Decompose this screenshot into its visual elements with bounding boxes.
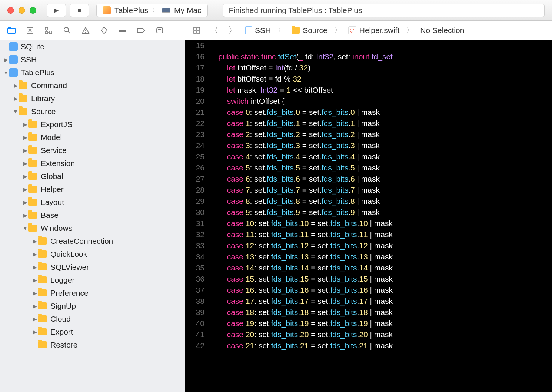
code-line[interactable]: 30 case 9: set.fds_bits.9 = set.fds_bits… (185, 207, 552, 218)
line-number[interactable]: 23 (185, 129, 210, 140)
line-number[interactable]: 35 (185, 262, 210, 273)
disclosure-triangle-icon[interactable]: ▶ (32, 316, 38, 322)
tree-row[interactable]: ▶Command (0, 79, 185, 92)
tree-row[interactable]: ▶SignUp (0, 299, 185, 312)
code-line[interactable]: 40 case 19: set.fds_bits.19 = set.fds_bi… (185, 318, 552, 329)
disclosure-triangle-icon[interactable]: ▶ (22, 134, 28, 140)
line-number[interactable]: 18 (185, 73, 210, 84)
tree-row[interactable]: ▶Export (0, 325, 185, 338)
tree-row[interactable]: ▶SQLViewer (0, 260, 185, 273)
code-line[interactable]: 35 case 14: set.fds_bits.14 = set.fds_bi… (185, 262, 552, 273)
code-content[interactable]: case 3: set.fds_bits.3 = set.fds_bits.3 … (210, 140, 552, 151)
code-content[interactable]: public static func fdSet(_ fd: Int32, se… (210, 51, 552, 62)
code-line[interactable]: 24 case 3: set.fds_bits.3 = set.fds_bits… (185, 140, 552, 151)
line-number[interactable]: 42 (185, 340, 210, 351)
tree-row[interactable]: ▶Base (0, 209, 185, 222)
code-content[interactable]: case 18: set.fds_bits.18 = set.fds_bits.… (210, 307, 552, 318)
code-line[interactable]: 26 case 5: set.fds_bits.5 = set.fds_bits… (185, 162, 552, 173)
code-content[interactable]: case 14: set.fds_bits.14 = set.fds_bits.… (210, 262, 552, 273)
related-items-button[interactable] (192, 26, 202, 35)
disclosure-triangle-icon[interactable]: ▶ (3, 57, 9, 63)
code-line[interactable]: 41 case 20: set.fds_bits.20 = set.fds_bi… (185, 329, 552, 340)
code-line[interactable]: 18 let bitOffset = fd % 32 (185, 73, 552, 84)
code-content[interactable]: let bitOffset = fd % 32 (210, 73, 552, 84)
scheme-selector[interactable]: TablePlus 〉 My Mac (96, 4, 208, 17)
code-line[interactable]: 34 case 13: set.fds_bits.13 = set.fds_bi… (185, 251, 552, 262)
code-line[interactable]: 25 case 4: set.fds_bits.4 = set.fds_bits… (185, 151, 552, 162)
line-number[interactable]: 19 (185, 84, 210, 96)
line-number[interactable]: 24 (185, 140, 210, 151)
tree-row[interactable]: ▶Cloud (0, 312, 185, 325)
disclosure-triangle-icon[interactable]: ▶ (22, 160, 28, 166)
line-number[interactable]: 39 (185, 307, 210, 318)
disclosure-triangle-icon[interactable]: ▶ (32, 303, 38, 309)
find-navigator-tab[interactable] (62, 26, 72, 35)
code-line[interactable]: 29 case 8: set.fds_bits.8 = set.fds_bits… (185, 196, 552, 207)
disclosure-triangle-icon[interactable]: ▶ (22, 186, 28, 192)
line-number[interactable]: 41 (185, 329, 210, 340)
line-number[interactable]: 16 (185, 51, 210, 62)
go-forward-button[interactable]: 〉 (227, 24, 239, 36)
tree-row[interactable]: Restore (0, 338, 185, 351)
tree-row[interactable]: ▶SSH (0, 53, 185, 66)
disclosure-triangle-icon[interactable]: ▼ (3, 70, 9, 76)
disclosure-triangle-icon[interactable]: ▶ (22, 199, 28, 205)
code-content[interactable]: case 21: set.fds_bits.21 = set.fds_bits.… (210, 340, 552, 351)
tree-row[interactable]: ▶Layout (0, 196, 185, 209)
code-content[interactable]: case 19: set.fds_bits.19 = set.fds_bits.… (210, 318, 552, 329)
disclosure-triangle-icon[interactable]: ▶ (32, 277, 38, 283)
code-line[interactable]: 22 case 1: set.fds_bits.1 = set.fds_bits… (185, 118, 552, 129)
code-content[interactable]: case 10: set.fds_bits.10 = set.fds_bits.… (210, 218, 552, 229)
code-line[interactable]: 16 public static func fdSet(_ fd: Int32,… (185, 51, 552, 62)
code-content[interactable]: case 15: set.fds_bits.15 = set.fds_bits.… (210, 273, 552, 285)
line-number[interactable]: 26 (185, 162, 210, 173)
disclosure-triangle-icon[interactable]: ▶ (13, 83, 19, 89)
stop-button[interactable]: ■ (70, 4, 89, 17)
debug-navigator-tab[interactable] (118, 26, 127, 35)
code-content[interactable]: case 20: set.fds_bits.20 = set.fds_bits.… (210, 329, 552, 340)
zoom-window-button[interactable] (30, 7, 36, 14)
code-content[interactable]: case 17: set.fds_bits.17 = set.fds_bits.… (210, 296, 552, 307)
go-back-button[interactable]: 〈 (208, 24, 220, 36)
code-content[interactable]: case 9: set.fds_bits.9 = set.fds_bits.9 … (210, 207, 552, 218)
line-number[interactable]: 22 (185, 118, 210, 129)
tree-row[interactable]: ▼Windows (0, 222, 185, 235)
line-number[interactable]: 34 (185, 251, 210, 262)
code-line[interactable]: 21 case 0: set.fds_bits.0 = set.fds_bits… (185, 107, 552, 118)
minimize-window-button[interactable] (19, 7, 25, 14)
code-line[interactable]: 23 case 2: set.fds_bits.2 = set.fds_bits… (185, 129, 552, 140)
code-content[interactable]: case 13: set.fds_bits.13 = set.fds_bits.… (210, 251, 552, 262)
code-line[interactable]: 17 let intOffset = Int(fd / 32) (185, 62, 552, 73)
code-content[interactable]: case 8: set.fds_bits.8 = set.fds_bits.8 … (210, 196, 552, 207)
code-line[interactable]: 28 case 7: set.fds_bits.7 = set.fds_bits… (185, 185, 552, 196)
tree-row[interactable]: ▶Library (0, 92, 185, 105)
disclosure-triangle-icon[interactable]: ▼ (22, 225, 28, 231)
breadcrumb-file[interactable]: 🕊 Helper.swift (348, 26, 400, 35)
disclosure-triangle-icon[interactable]: ▶ (32, 264, 38, 270)
project-navigator[interactable]: SQLite▶SSH▼TablePlus▶Command▶Library▼Sou… (0, 40, 185, 392)
project-navigator-tab[interactable] (7, 26, 16, 35)
close-window-button[interactable] (7, 7, 14, 14)
line-number[interactable]: 30 (185, 207, 210, 218)
code-line[interactable]: 20 switch intOffset { (185, 96, 552, 107)
line-number[interactable]: 20 (185, 96, 210, 107)
code-content[interactable]: case 4: set.fds_bits.4 = set.fds_bits.4 … (210, 151, 552, 162)
disclosure-triangle-icon[interactable]: ▶ (32, 290, 38, 296)
code-content[interactable]: case 5: set.fds_bits.5 = set.fds_bits.5 … (210, 162, 552, 173)
symbol-navigator-tab[interactable] (44, 26, 53, 35)
line-number[interactable]: 17 (185, 62, 210, 73)
disclosure-triangle-icon[interactable]: ▼ (13, 109, 19, 114)
tree-row[interactable]: ▼Source (0, 105, 185, 118)
test-navigator-tab[interactable] (99, 26, 109, 35)
tree-row[interactable]: ▶CreateConnection (0, 235, 185, 248)
code-line[interactable]: 33 case 12: set.fds_bits.12 = set.fds_bi… (185, 240, 552, 251)
source-control-navigator-tab[interactable] (25, 26, 35, 35)
code-content[interactable]: switch intOffset { (210, 96, 552, 107)
code-content[interactable]: let intOffset = Int(fd / 32) (210, 62, 552, 73)
disclosure-triangle-icon[interactable]: ▶ (22, 173, 28, 179)
code-content[interactable]: case 2: set.fds_bits.2 = set.fds_bits.2 … (210, 129, 552, 140)
code-content[interactable]: case 6: set.fds_bits.6 = set.fds_bits.6 … (210, 173, 552, 185)
tree-row[interactable]: ▶Global (0, 170, 185, 183)
breadcrumb-project[interactable]: SSH (245, 26, 271, 35)
code-line[interactable]: 15 (185, 40, 552, 51)
